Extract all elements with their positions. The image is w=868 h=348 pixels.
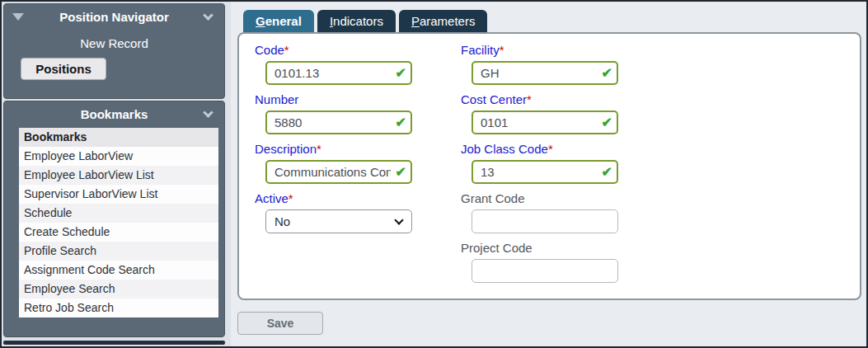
chevron-down-icon[interactable] — [203, 107, 213, 118]
grant-code-label-text: Grant Code — [461, 191, 525, 205]
valid-check-icon: ✔ — [396, 65, 406, 81]
code-input[interactable] — [265, 61, 412, 85]
valid-check-icon: ✔ — [602, 115, 612, 130]
bookmark-item[interactable]: Assignment Code Search — [19, 261, 218, 280]
bookmark-item[interactable]: Schedule — [19, 204, 218, 223]
active-label: Active* — [255, 191, 461, 205]
required-asterisk: * — [500, 43, 504, 57]
number-label-text: Number — [255, 92, 298, 106]
job-class-code-label: Job Class Code* — [461, 142, 667, 156]
position-navigator-panel: Position Navigator New Record Positions — [3, 3, 225, 99]
description-label: Description* — [255, 142, 461, 156]
field-description: Description* ✔ — [255, 142, 461, 191]
facility-input[interactable] — [472, 61, 618, 85]
valid-check-icon: ✔ — [602, 164, 612, 180]
bookmark-item[interactable]: Employee Search — [19, 280, 218, 299]
tab-bar: General Indicators Parameters — [243, 10, 861, 32]
facility-label-text: Facility — [461, 43, 500, 57]
tab-general[interactable]: General — [243, 10, 314, 32]
field-cost-center: Cost Center* ✔ — [461, 92, 667, 142]
valid-check-icon: ✔ — [396, 115, 406, 130]
required-asterisk: * — [317, 142, 321, 156]
facility-label: Facility* — [461, 43, 667, 57]
collapse-triangle-icon[interactable] — [12, 13, 24, 21]
valid-check-icon: ✔ — [396, 164, 406, 180]
grant-code-input[interactable] — [472, 209, 618, 233]
number-label: Number — [255, 92, 461, 106]
bookmarks-title: Bookmarks — [81, 107, 148, 121]
field-job-class-code: Job Class Code* ✔ — [461, 142, 667, 191]
bookmark-item[interactable]: Supervisor LaborView List — [19, 185, 218, 204]
field-project-code: Project Code — [461, 241, 667, 290]
tab-general-label: General — [256, 14, 302, 28]
grant-code-label: Grant Code — [461, 191, 667, 205]
description-label-text: Description — [255, 142, 317, 156]
tab-indicators-label: Indicators — [330, 14, 383, 28]
required-asterisk: * — [548, 142, 553, 156]
code-label: Code* — [255, 43, 461, 57]
project-code-label-text: Project Code — [461, 241, 533, 255]
project-code-label: Project Code — [461, 241, 667, 255]
bookmarks-header: Bookmarks — [4, 101, 224, 126]
bookmark-item[interactable]: Profile Search — [19, 242, 218, 261]
bookmark-item[interactable]: Employee LaborView List — [19, 166, 218, 185]
active-select-value: No — [274, 214, 290, 228]
positions-button[interactable]: Positions — [21, 58, 106, 80]
code-label-text: Code — [255, 43, 284, 57]
job-class-code-input[interactable] — [472, 160, 618, 184]
sidebar: Position Navigator New Record Positions … — [2, 2, 231, 346]
project-code-input[interactable] — [472, 259, 618, 283]
job-class-code-label-text: Job Class Code — [461, 142, 548, 156]
collapsed-panel-edge — [3, 341, 225, 345]
required-asterisk: * — [284, 43, 289, 57]
required-asterisk: * — [289, 191, 293, 205]
main-content: General Indicators Parameters Code* ✔ Fa… — [231, 2, 868, 346]
bookmarks-list: Bookmarks Employee LaborView Employee La… — [19, 128, 218, 317]
save-button[interactable]: Save — [237, 312, 323, 335]
active-select[interactable]: No — [265, 209, 412, 233]
bookmark-item[interactable]: Employee LaborView — [19, 147, 218, 166]
valid-check-icon: ✔ — [602, 65, 612, 81]
required-asterisk: * — [527, 92, 532, 106]
chevron-down-icon — [394, 215, 403, 224]
general-form-panel: Code* ✔ Facility* ✔ Number ✔ — [237, 32, 861, 300]
number-input[interactable] — [265, 111, 412, 134]
field-code: Code* ✔ — [255, 43, 461, 92]
description-input[interactable] — [265, 160, 412, 184]
field-facility: Facility* ✔ — [461, 43, 667, 92]
field-number: Number ✔ — [255, 92, 461, 142]
cost-center-label: Cost Center* — [461, 92, 667, 106]
bookmarks-panel: Bookmarks Bookmarks Employee LaborView E… — [3, 101, 225, 337]
tab-parameters-label: Parameters — [411, 14, 476, 28]
bookmark-item[interactable]: Retro Job Search — [19, 299, 218, 317]
field-grant-code: Grant Code — [461, 191, 667, 241]
bookmarks-list-header: Bookmarks — [19, 128, 218, 147]
new-record-status: New Record — [4, 36, 224, 50]
cost-center-label-text: Cost Center — [461, 92, 527, 106]
tab-parameters[interactable]: Parameters — [399, 10, 488, 32]
bookmark-item[interactable]: Create Schedule — [19, 223, 218, 242]
tab-indicators[interactable]: Indicators — [317, 10, 396, 32]
chevron-down-icon[interactable] — [203, 10, 213, 21]
cost-center-input[interactable] — [472, 111, 618, 134]
position-navigator-header: Position Navigator — [4, 4, 224, 29]
position-navigator-title: Position Navigator — [59, 10, 169, 24]
field-active: Active* No — [255, 191, 461, 241]
active-label-text: Active — [255, 191, 289, 205]
